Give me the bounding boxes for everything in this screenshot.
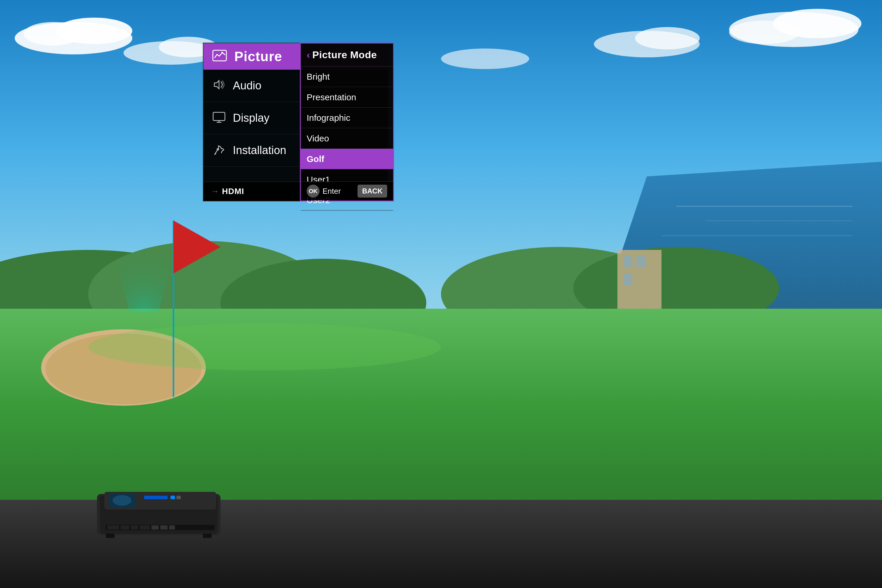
osd-back-button[interactable]: BACK [357,184,387,198]
osd-hdmi-text: HDMI [222,187,244,196]
svg-rect-22 [623,256,632,267]
svg-rect-48 [169,525,175,530]
svg-rect-46 [152,525,159,530]
back-chevron-icon: ‹ [307,49,310,61]
osd-display-label: Display [233,112,270,124]
osd-submenu-item-golf[interactable]: Golf [301,149,393,170]
svg-rect-23 [636,256,645,267]
hdmi-arrow-icon: → [211,187,219,196]
osd-infographic-label: Infographic [307,113,350,123]
svg-point-37 [112,495,131,506]
svg-point-52 [221,52,223,54]
svg-rect-44 [131,525,138,530]
svg-rect-24 [623,273,632,285]
osd-submenu-item-infographic[interactable]: Infographic [301,108,393,128]
svg-rect-38 [144,496,168,499]
svg-point-11 [441,48,529,69]
display-icon [212,111,225,125]
osd-submenu-footer: OK Enter BACK [301,182,393,201]
svg-rect-40 [176,496,181,499]
svg-rect-49 [106,534,115,538]
svg-rect-43 [120,525,129,530]
svg-rect-13 [676,206,853,207]
svg-point-3 [24,22,82,46]
osd-presentation-label: Presentation [307,92,356,102]
svg-point-10 [635,27,700,50]
osd-submenu-panel: ‹ Picture Mode Bright Presentation Infog… [300,43,394,201]
svg-rect-45 [140,525,150,530]
audio-icon [212,79,225,93]
osd-submenu-title: Picture Mode [312,49,376,61]
svg-rect-42 [107,525,119,530]
svg-rect-39 [171,496,175,499]
svg-rect-15 [662,235,853,236]
ok-text: OK [309,188,318,195]
osd-video-label: Video [307,134,329,144]
svg-point-8 [729,21,800,44]
svg-point-28 [88,323,441,370]
osd-enter-label: Enter [322,187,341,196]
osd-submenu-item-video[interactable]: Video [301,128,393,149]
osd-submenu-header: ‹ Picture Mode [301,44,393,66]
osd-bright-label: Bright [307,72,330,82]
osd-installation-label: Installation [233,144,286,157]
osd-golf-label: Golf [307,154,324,164]
svg-rect-47 [160,525,168,530]
svg-line-57 [214,153,216,154]
osd-picture-title: Picture [234,48,282,64]
svg-rect-50 [203,534,212,538]
ok-circle: OK [307,184,320,198]
osd-submenu-item-bright[interactable]: Bright [301,66,393,87]
osd-ok-button[interactable]: OK Enter [307,184,341,198]
svg-rect-14 [706,220,853,221]
osd-submenu-item-presentation[interactable]: Presentation [301,87,393,108]
picture-icon [212,49,227,64]
svg-rect-53 [213,112,225,120]
back-text: BACK [362,187,382,195]
installation-icon [212,144,225,158]
osd-audio-label: Audio [233,80,261,92]
